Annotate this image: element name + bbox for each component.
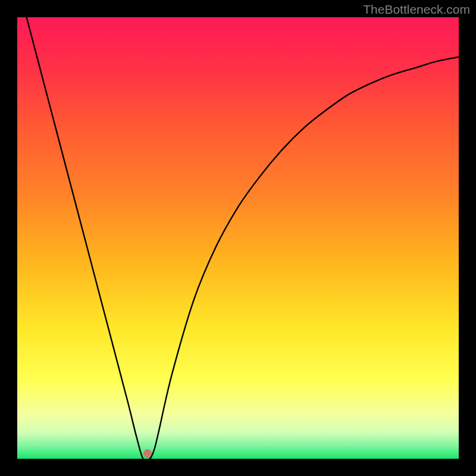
gradient-background [17, 17, 459, 459]
chart-frame: TheBottleneck.com [0, 0, 476, 476]
watermark-text: TheBottleneck.com [363, 2, 470, 17]
optimal-point-marker [143, 449, 152, 458]
plot-area [17, 17, 459, 459]
chart-svg [17, 17, 459, 459]
